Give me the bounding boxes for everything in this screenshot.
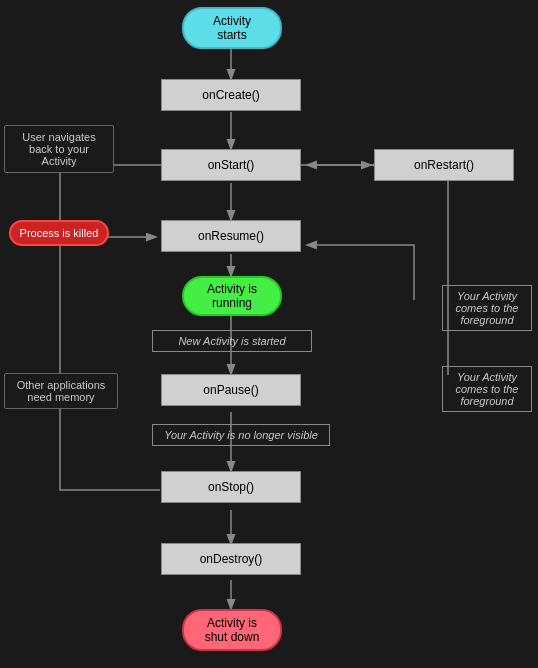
activity-foreground-bottom-label: Your Activity comes to the foreground [442,366,532,412]
on-resume-node: onResume() [161,220,301,252]
on-destroy-node: onDestroy() [161,543,301,575]
on-destroy-label: onDestroy() [200,552,263,566]
on-stop-node: onStop() [161,471,301,503]
activity-foreground-top-label: Your Activity comes to the foreground [442,285,532,331]
on-pause-node: onPause() [161,374,301,406]
user-navigates-label: User navigates back to your Activity [4,125,114,173]
no-longer-visible-label: Your Activity is no longer visible [152,424,330,446]
on-create-node: onCreate() [161,79,301,111]
activity-running-label: Activity is running [200,282,264,310]
on-pause-label: onPause() [203,383,258,397]
activity-shutdown-node: Activity is shut down [182,609,282,651]
process-killed-label: Process is killed [9,220,109,246]
activity-shutdown-label: Activity is shut down [200,616,264,644]
activity-lifecycle-diagram: Activity starts onCreate() onStart() onR… [0,0,538,668]
other-apps-label: Other applications need memory [4,373,118,409]
activity-starts-label: Activity starts [200,14,264,42]
on-restart-node: onRestart() [374,149,514,181]
on-create-label: onCreate() [202,88,259,102]
on-resume-label: onResume() [198,229,264,243]
on-start-label: onStart() [208,158,255,172]
new-activity-label: New Activity is started [152,330,312,352]
activity-starts-node: Activity starts [182,7,282,49]
activity-running-node: Activity is running [182,276,282,316]
on-start-node: onStart() [161,149,301,181]
on-restart-label: onRestart() [414,158,474,172]
on-stop-label: onStop() [208,480,254,494]
